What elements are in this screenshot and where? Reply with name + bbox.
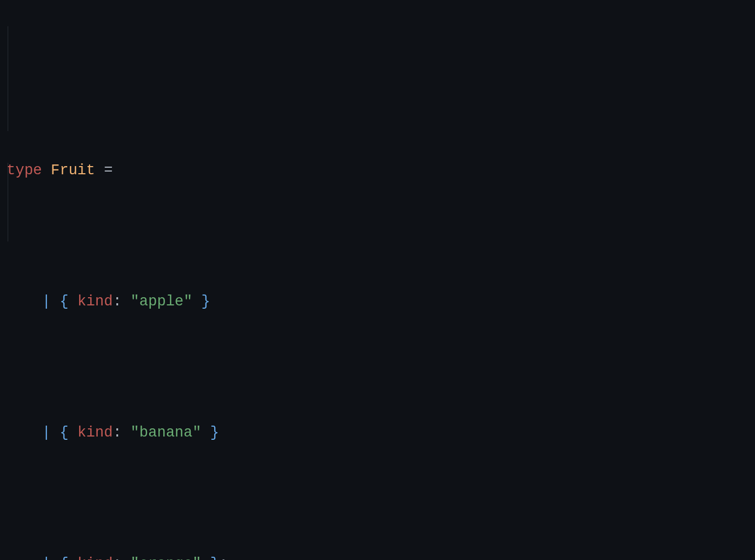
keyword-type: type <box>7 162 42 179</box>
code-line[interactable]: type Fruit = <box>0 157 755 184</box>
code-line[interactable]: | { kind: "apple" } <box>0 288 755 315</box>
operator-equals: = <box>104 162 113 179</box>
brace-open: { <box>60 556 68 560</box>
union-bar: | <box>42 425 51 441</box>
colon: : <box>113 425 121 441</box>
code-line[interactable]: | { kind: "banana" } <box>0 420 755 446</box>
indent-guide <box>8 26 8 131</box>
brace-close: } <box>201 293 210 310</box>
union-bar: | <box>42 293 51 310</box>
string-literal: "apple" <box>131 293 192 310</box>
string-literal: "orange" <box>131 556 202 560</box>
code-line[interactable]: | { kind: "orange" }; <box>0 551 755 560</box>
semicolon: ; <box>219 556 228 560</box>
brace-close: } <box>210 425 219 441</box>
string-literal: "banana" <box>131 425 202 441</box>
brace-open: { <box>60 293 68 310</box>
colon: : <box>113 556 121 560</box>
code-editor[interactable]: type Fruit = | { kind: "apple" } | { kin… <box>0 0 755 560</box>
property-name: kind <box>78 556 113 560</box>
type-identifier: Fruit <box>51 162 95 179</box>
property-name: kind <box>78 425 113 441</box>
brace-open: { <box>60 425 68 441</box>
colon: : <box>113 293 121 310</box>
union-bar: | <box>42 556 51 560</box>
property-name: kind <box>78 293 113 310</box>
brace-close: } <box>210 556 219 560</box>
